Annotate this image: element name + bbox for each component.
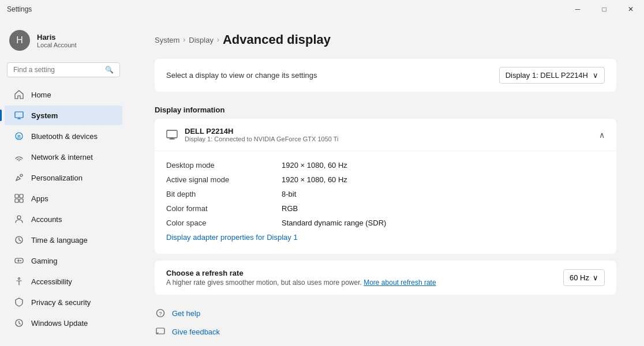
refresh-desc: A higher rate gives smoother motion, but…	[166, 279, 563, 287]
search-icon: 🔍	[105, 66, 114, 74]
sidebar-item-network-label: Network & internet	[31, 153, 93, 161]
svg-rect-0	[15, 112, 23, 118]
info-label-desktop-mode: Desktop mode	[166, 161, 282, 170]
sidebar-item-accessibility[interactable]: Accessibility	[5, 272, 122, 291]
svg-point-3	[18, 160, 20, 161]
sidebar-item-apps[interactable]: Apps	[5, 189, 122, 208]
sidebar-item-time-label: Time & language	[31, 236, 88, 245]
sidebar-item-bluetooth[interactable]: B Bluetooth & devices	[5, 126, 122, 146]
svg-rect-8	[20, 199, 23, 202]
get-help-label: Get help	[172, 309, 200, 318]
info-label-signal-mode: Active signal mode	[166, 175, 282, 184]
user-name: Haris	[37, 33, 77, 42]
sidebar-item-privacy-label: Privacy & security	[31, 298, 91, 307]
display-select-row: Select a display to view or change its s…	[155, 59, 616, 92]
table-row: Active signal mode 1920 × 1080, 60 Hz	[166, 172, 605, 187]
info-value-color-format: RGB	[282, 204, 298, 213]
sidebar-item-personalization[interactable]: Personalization	[5, 168, 122, 187]
main-content: System › Display › Advanced display Sele…	[127, 18, 644, 346]
monitor-header[interactable]: DELL P2214H Display 1: Connected to NVID…	[155, 119, 616, 151]
app-title: Settings	[7, 5, 32, 13]
sidebar-item-system[interactable]: System	[5, 106, 122, 125]
monitor-sub: Display 1: Connected to NVIDIA GeForce G…	[185, 136, 339, 142]
refresh-dropdown-value: 60 Hz	[570, 273, 589, 282]
adapter-properties-link[interactable]: Display adapter properties for Display 1	[166, 230, 605, 245]
sidebar-item-network[interactable]: Network & internet	[5, 147, 122, 167]
time-icon	[14, 235, 24, 245]
svg-point-9	[17, 216, 21, 219]
monitor-name: DELL P2214H	[185, 127, 339, 136]
sidebar-item-update[interactable]: Windows Update	[5, 313, 122, 333]
breadcrumb: System › Display › Advanced display	[155, 32, 616, 47]
table-row: Desktop mode 1920 × 1080, 60 Hz	[166, 158, 605, 172]
sidebar-item-accounts-label: Accounts	[31, 215, 62, 224]
svg-rect-7	[15, 199, 18, 202]
info-table: Desktop mode 1920 × 1080, 60 Hz Active s…	[155, 151, 616, 254]
sidebar-item-time[interactable]: Time & language	[5, 230, 122, 250]
search-input[interactable]	[13, 66, 102, 74]
svg-text:B: B	[17, 134, 21, 140]
sidebar-item-system-label: System	[31, 111, 58, 120]
apps-icon	[14, 193, 24, 204]
refresh-rate-link[interactable]: More about refresh rate	[364, 279, 436, 287]
accessibility-icon	[14, 276, 24, 287]
bluetooth-icon: B	[14, 131, 24, 141]
network-icon	[14, 152, 24, 162]
sidebar-item-home[interactable]: Home	[5, 85, 122, 104]
info-label-bit-depth: Bit depth	[166, 190, 282, 198]
info-label-color-format: Color format	[166, 204, 282, 213]
search-box[interactable]: 🔍	[7, 62, 120, 77]
gaming-icon	[14, 255, 24, 266]
refresh-chevron-icon: ∨	[593, 273, 598, 282]
monitor-info: DELL P2214H Display 1: Connected to NVID…	[185, 127, 339, 142]
sidebar-item-privacy[interactable]: Privacy & security	[5, 292, 122, 312]
sidebar-item-personalization-label: Personalization	[31, 174, 83, 182]
breadcrumb-sep-1: ›	[183, 36, 185, 44]
svg-rect-5	[15, 194, 18, 198]
sidebar-item-gaming[interactable]: Gaming	[5, 251, 122, 270]
get-help-item[interactable]: ? Get help	[155, 304, 616, 322]
info-value-desktop-mode: 1920 × 1080, 60 Hz	[282, 161, 347, 170]
user-section: H Haris Local Account	[0, 23, 127, 60]
sidebar-item-apps-label: Apps	[31, 194, 48, 203]
sidebar-item-home-label: Home	[31, 91, 51, 99]
svg-rect-6	[20, 194, 23, 198]
breadcrumb-sep-2: ›	[217, 36, 219, 44]
svg-point-13	[18, 278, 20, 280]
user-role: Local Account	[37, 42, 77, 48]
svg-rect-15	[167, 130, 177, 138]
table-row: Color space Standard dynamic range (SDR)	[166, 216, 605, 230]
give-feedback-item[interactable]: Give feedback	[155, 322, 616, 341]
breadcrumb-system[interactable]: System	[155, 36, 179, 44]
table-row: Color format RGB	[166, 201, 605, 216]
app-container: H Haris Local Account 🔍 Home	[0, 18, 644, 346]
svg-point-12	[20, 260, 21, 261]
info-value-signal-mode: 1920 × 1080, 60 Hz	[282, 175, 347, 184]
breadcrumb-display[interactable]: Display	[189, 36, 214, 44]
collapse-icon: ∧	[599, 130, 605, 140]
give-feedback-label: Give feedback	[172, 328, 220, 336]
refresh-title: Choose a refresh rate	[166, 269, 563, 277]
close-button[interactable]: ✕	[617, 0, 644, 18]
table-row: Bit depth 8-bit	[166, 187, 605, 201]
sidebar-item-accounts[interactable]: Accounts	[5, 209, 122, 229]
refresh-dropdown[interactable]: 60 Hz ∨	[563, 269, 605, 286]
restore-button[interactable]: □	[591, 0, 617, 18]
info-label-color-space: Color space	[166, 219, 282, 227]
refresh-rate-card: Choose a refresh rate A higher rate give…	[155, 261, 616, 295]
display-info-section-title: Display information	[155, 99, 616, 119]
update-icon	[14, 318, 24, 328]
help-section: ? Get help Give feedback	[155, 302, 616, 341]
display-dropdown[interactable]: Display 1: DELL P2214H ∨	[499, 67, 605, 84]
privacy-icon	[14, 297, 24, 307]
personalization-icon	[14, 172, 24, 183]
avatar: H	[9, 30, 30, 51]
page-title: Advanced display	[223, 32, 331, 47]
user-info: Haris Local Account	[37, 33, 77, 48]
minimize-button[interactable]: ─	[564, 0, 591, 18]
sidebar-item-accessibility-label: Accessibility	[31, 277, 72, 286]
sidebar-item-bluetooth-label: Bluetooth & devices	[31, 132, 98, 141]
monitor-header-left: DELL P2214H Display 1: Connected to NVID…	[166, 127, 339, 142]
accounts-icon	[14, 214, 24, 224]
feedback-icon	[155, 326, 166, 337]
